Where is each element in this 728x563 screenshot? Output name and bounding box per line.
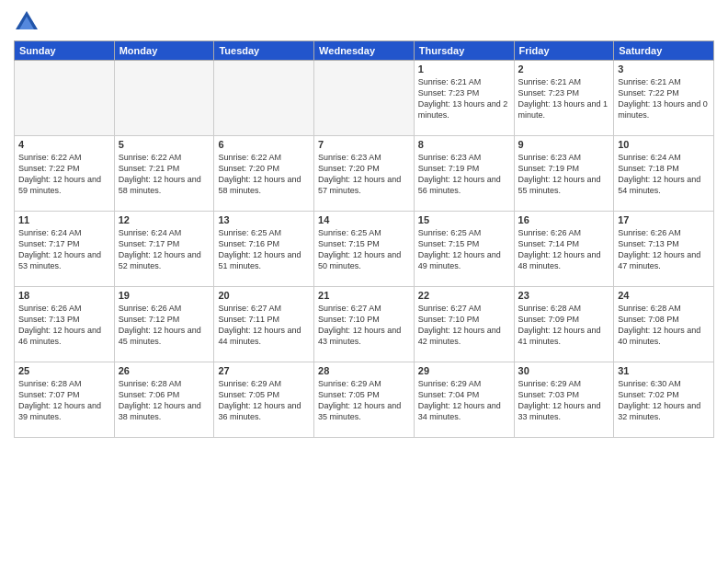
day-of-week-header: Wednesday — [314, 41, 415, 61]
calendar-cell: 21Sunrise: 6:27 AMSunset: 7:10 PMDayligh… — [314, 287, 415, 362]
day-number: 22 — [418, 290, 510, 301]
cell-info: Sunrise: 6:25 AMSunset: 7:16 PMDaylight:… — [218, 227, 310, 272]
cell-info: Sunrise: 6:28 AMSunset: 7:08 PMDaylight:… — [618, 303, 710, 348]
calendar-cell: 11Sunrise: 6:24 AMSunset: 7:17 PMDayligh… — [15, 212, 115, 287]
calendar-header-row: SundayMondayTuesdayWednesdayThursdayFrid… — [15, 41, 714, 61]
day-of-week-header: Monday — [114, 41, 214, 61]
day-of-week-header: Tuesday — [214, 41, 314, 61]
logo — [14, 9, 43, 35]
cell-info: Sunrise: 6:29 AMSunset: 7:04 PMDaylight:… — [418, 378, 510, 423]
calendar-cell: 23Sunrise: 6:28 AMSunset: 7:09 PMDayligh… — [514, 287, 614, 362]
day-number: 3 — [618, 63, 710, 75]
calendar-cell: 14Sunrise: 6:25 AMSunset: 7:15 PMDayligh… — [314, 212, 415, 287]
calendar-cell: 24Sunrise: 6:28 AMSunset: 7:08 PMDayligh… — [614, 287, 714, 362]
calendar-cell: 20Sunrise: 6:27 AMSunset: 7:11 PMDayligh… — [214, 287, 314, 362]
calendar: SundayMondayTuesdayWednesdayThursdayFrid… — [14, 40, 714, 438]
day-number: 21 — [318, 290, 410, 301]
cell-info: Sunrise: 6:28 AMSunset: 7:09 PMDaylight:… — [518, 303, 610, 348]
day-of-week-header: Sunday — [15, 41, 115, 61]
calendar-cell: 7Sunrise: 6:23 AMSunset: 7:20 PMDaylight… — [314, 136, 415, 212]
day-number: 27 — [218, 365, 310, 376]
calendar-cell — [214, 61, 314, 136]
cell-info: Sunrise: 6:21 AMSunset: 7:23 PMDaylight:… — [518, 76, 610, 121]
cell-info: Sunrise: 6:28 AMSunset: 7:06 PMDaylight:… — [119, 378, 210, 423]
day-of-week-header: Saturday — [614, 41, 714, 61]
logo-icon — [14, 9, 40, 35]
cell-info: Sunrise: 6:29 AMSunset: 7:05 PMDaylight:… — [318, 378, 410, 423]
calendar-cell: 3Sunrise: 6:21 AMSunset: 7:22 PMDaylight… — [614, 61, 714, 136]
day-number: 6 — [218, 139, 310, 150]
cell-info: Sunrise: 6:25 AMSunset: 7:15 PMDaylight:… — [318, 227, 410, 272]
cell-info: Sunrise: 6:24 AMSunset: 7:18 PMDaylight:… — [618, 152, 710, 197]
cell-info: Sunrise: 6:26 AMSunset: 7:14 PMDaylight:… — [518, 227, 610, 272]
calendar-cell: 4Sunrise: 6:22 AMSunset: 7:22 PMDaylight… — [15, 136, 115, 212]
calendar-cell: 5Sunrise: 6:22 AMSunset: 7:21 PMDaylight… — [114, 136, 214, 212]
calendar-cell: 30Sunrise: 6:29 AMSunset: 7:03 PMDayligh… — [514, 362, 614, 438]
cell-info: Sunrise: 6:30 AMSunset: 7:02 PMDaylight:… — [618, 378, 710, 423]
day-number: 20 — [218, 290, 310, 301]
day-number: 17 — [618, 214, 710, 225]
day-number: 15 — [418, 214, 510, 225]
calendar-cell — [314, 61, 415, 136]
calendar-cell: 16Sunrise: 6:26 AMSunset: 7:14 PMDayligh… — [514, 212, 614, 287]
cell-info: Sunrise: 6:23 AMSunset: 7:19 PMDaylight:… — [518, 152, 610, 197]
cell-info: Sunrise: 6:27 AMSunset: 7:11 PMDaylight:… — [218, 303, 310, 348]
calendar-cell — [15, 61, 115, 136]
day-number: 9 — [518, 139, 610, 150]
day-number: 13 — [218, 214, 310, 225]
calendar-cell: 1Sunrise: 6:21 AMSunset: 7:23 PMDaylight… — [414, 61, 514, 136]
day-number: 26 — [119, 365, 210, 376]
calendar-cell: 6Sunrise: 6:22 AMSunset: 7:20 PMDaylight… — [214, 136, 314, 212]
cell-info: Sunrise: 6:25 AMSunset: 7:15 PMDaylight:… — [418, 227, 510, 272]
cell-info: Sunrise: 6:28 AMSunset: 7:07 PMDaylight:… — [18, 378, 110, 423]
cell-info: Sunrise: 6:22 AMSunset: 7:20 PMDaylight:… — [218, 152, 310, 197]
day-number: 7 — [318, 139, 410, 150]
day-number: 28 — [318, 365, 410, 376]
cell-info: Sunrise: 6:21 AMSunset: 7:23 PMDaylight:… — [418, 76, 510, 121]
day-of-week-header: Friday — [514, 41, 614, 61]
calendar-cell: 13Sunrise: 6:25 AMSunset: 7:16 PMDayligh… — [214, 212, 314, 287]
calendar-cell: 19Sunrise: 6:26 AMSunset: 7:12 PMDayligh… — [114, 287, 214, 362]
cell-info: Sunrise: 6:26 AMSunset: 7:12 PMDaylight:… — [119, 303, 210, 348]
calendar-week-row: 18Sunrise: 6:26 AMSunset: 7:13 PMDayligh… — [15, 287, 714, 362]
cell-info: Sunrise: 6:27 AMSunset: 7:10 PMDaylight:… — [418, 303, 510, 348]
cell-info: Sunrise: 6:22 AMSunset: 7:22 PMDaylight:… — [18, 152, 110, 197]
day-number: 5 — [119, 139, 210, 150]
day-number: 16 — [518, 214, 610, 225]
page: SundayMondayTuesdayWednesdayThursdayFrid… — [0, 0, 728, 563]
calendar-cell: 8Sunrise: 6:23 AMSunset: 7:19 PMDaylight… — [414, 136, 514, 212]
cell-info: Sunrise: 6:24 AMSunset: 7:17 PMDaylight:… — [119, 227, 210, 272]
calendar-cell: 25Sunrise: 6:28 AMSunset: 7:07 PMDayligh… — [15, 362, 115, 438]
calendar-cell: 27Sunrise: 6:29 AMSunset: 7:05 PMDayligh… — [214, 362, 314, 438]
day-number: 25 — [18, 365, 110, 376]
calendar-cell: 26Sunrise: 6:28 AMSunset: 7:06 PMDayligh… — [114, 362, 214, 438]
calendar-cell: 15Sunrise: 6:25 AMSunset: 7:15 PMDayligh… — [414, 212, 514, 287]
calendar-cell: 28Sunrise: 6:29 AMSunset: 7:05 PMDayligh… — [314, 362, 415, 438]
calendar-cell: 31Sunrise: 6:30 AMSunset: 7:02 PMDayligh… — [614, 362, 714, 438]
day-number: 2 — [518, 63, 610, 75]
day-number: 14 — [318, 214, 410, 225]
cell-info: Sunrise: 6:23 AMSunset: 7:20 PMDaylight:… — [318, 152, 410, 197]
cell-info: Sunrise: 6:22 AMSunset: 7:21 PMDaylight:… — [119, 152, 210, 197]
cell-info: Sunrise: 6:26 AMSunset: 7:13 PMDaylight:… — [618, 227, 710, 272]
cell-info: Sunrise: 6:26 AMSunset: 7:13 PMDaylight:… — [18, 303, 110, 348]
calendar-week-row: 4Sunrise: 6:22 AMSunset: 7:22 PMDaylight… — [15, 136, 714, 212]
calendar-cell — [114, 61, 214, 136]
day-number: 11 — [18, 214, 110, 225]
cell-info: Sunrise: 6:29 AMSunset: 7:03 PMDaylight:… — [518, 378, 610, 423]
calendar-cell: 9Sunrise: 6:23 AMSunset: 7:19 PMDaylight… — [514, 136, 614, 212]
calendar-cell: 29Sunrise: 6:29 AMSunset: 7:04 PMDayligh… — [414, 362, 514, 438]
cell-info: Sunrise: 6:27 AMSunset: 7:10 PMDaylight:… — [318, 303, 410, 348]
day-number: 4 — [18, 139, 110, 150]
calendar-cell: 22Sunrise: 6:27 AMSunset: 7:10 PMDayligh… — [414, 287, 514, 362]
day-number: 19 — [119, 290, 210, 301]
day-number: 30 — [518, 365, 610, 376]
calendar-cell: 2Sunrise: 6:21 AMSunset: 7:23 PMDaylight… — [514, 61, 614, 136]
calendar-week-row: 1Sunrise: 6:21 AMSunset: 7:23 PMDaylight… — [15, 61, 714, 136]
calendar-cell: 18Sunrise: 6:26 AMSunset: 7:13 PMDayligh… — [15, 287, 115, 362]
day-number: 31 — [618, 365, 710, 376]
day-number: 10 — [618, 139, 710, 150]
calendar-week-row: 11Sunrise: 6:24 AMSunset: 7:17 PMDayligh… — [15, 212, 714, 287]
day-number: 8 — [418, 139, 510, 150]
cell-info: Sunrise: 6:24 AMSunset: 7:17 PMDaylight:… — [18, 227, 110, 272]
